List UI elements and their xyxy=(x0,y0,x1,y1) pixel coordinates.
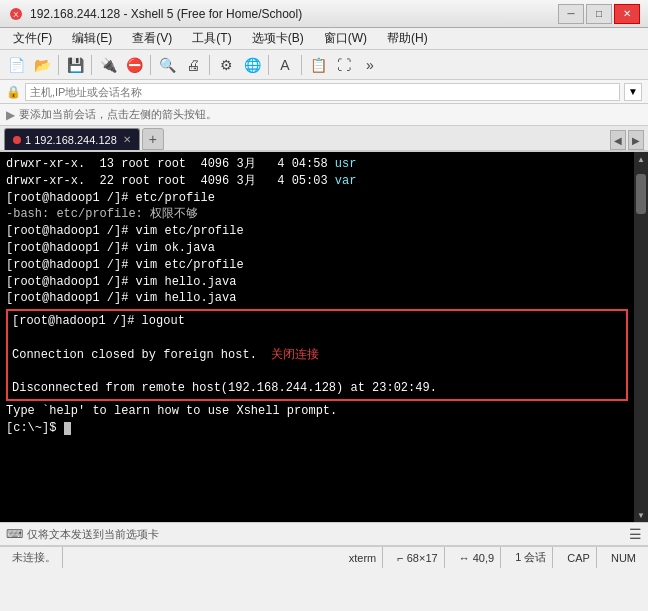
toolbar-extra1[interactable]: 📋 xyxy=(306,53,330,77)
session-hint-text: 要添加当前会话，点击左侧的箭头按钮。 xyxy=(19,107,217,122)
scroll-up-button[interactable]: ▲ xyxy=(636,154,646,164)
window-controls: ─ □ ✕ xyxy=(558,4,640,24)
bottom-input-label: 仅将文本发送到当前选项卡 xyxy=(27,527,625,542)
status-encoding: xterm xyxy=(343,547,384,568)
address-dropdown[interactable]: ▼ xyxy=(624,83,642,101)
active-tab[interactable]: 1 192.168.244.128 ✕ xyxy=(4,128,140,150)
toolbar-disconnect[interactable]: ⛔ xyxy=(122,53,146,77)
toolbar: 📄 📂 💾 🔌 ⛔ 🔍 🖨 ⚙ 🌐 A 📋 ⛶ » xyxy=(0,50,648,80)
toolbar-sep1 xyxy=(58,55,59,75)
bottom-input-bar: ⌨ 仅将文本发送到当前选项卡 ☰ xyxy=(0,522,648,546)
menu-window[interactable]: 窗口(W) xyxy=(315,27,376,50)
hamburger-menu-icon[interactable]: ☰ xyxy=(629,526,642,542)
close-button[interactable]: ✕ xyxy=(614,4,640,24)
status-disconnected: 未连接。 xyxy=(6,547,63,568)
app-icon: X xyxy=(8,6,24,22)
toolbar-sep2 xyxy=(91,55,92,75)
menu-help[interactable]: 帮助(H) xyxy=(378,27,437,50)
term-line-4: -bash: etc/profile: 权限不够 xyxy=(6,206,628,223)
status-capslock: CAP xyxy=(561,547,597,568)
toolbar-sep6 xyxy=(301,55,302,75)
menu-tools[interactable]: 工具(T) xyxy=(183,27,240,50)
term-help-line: Type `help' to learn how to use Xshell p… xyxy=(6,403,628,420)
term-line-1: drwxr-xr-x. 13 root root 4096 3月 4 04:58… xyxy=(6,156,628,173)
status-position: ↔ 40,9 xyxy=(453,547,502,568)
svg-text:X: X xyxy=(13,10,19,19)
status-dimensions: ⌐ 68×17 xyxy=(391,547,444,568)
term-line-5: [root@hadoop1 /]# vim etc/profile xyxy=(6,223,628,240)
toolbar-more[interactable]: » xyxy=(358,53,382,77)
term-line-8: [root@hadoop1 /]# vim hello.java xyxy=(6,274,628,291)
tab-bar: 1 192.168.244.128 ✕ + ◀ ▶ xyxy=(0,126,648,152)
toolbar-save[interactable]: 💾 xyxy=(63,53,87,77)
scroll-thumb[interactable] xyxy=(636,174,646,214)
toolbar-search[interactable]: 🔍 xyxy=(155,53,179,77)
term-line-2: drwxr-xr-x. 22 root root 4096 3月 4 05:03… xyxy=(6,173,628,190)
term-line-3: [root@hadoop1 /]# etc/profile xyxy=(6,190,628,207)
tab-next-button[interactable]: ▶ xyxy=(628,130,644,150)
terminal-red-box: [root@hadoop1 /]# logout Connection clos… xyxy=(6,309,628,401)
toolbar-sep3 xyxy=(150,55,151,75)
toolbar-sep4 xyxy=(209,55,210,75)
tab-status-dot xyxy=(13,136,21,144)
status-sessions: 1 会话 xyxy=(509,547,553,568)
terminal-wrapper: drwxr-xr-x. 13 root root 4096 3月 4 04:58… xyxy=(0,152,648,522)
term-line-7: [root@hadoop1 /]# vim etc/profile xyxy=(6,257,628,274)
title-bar: X 192.168.244.128 - Xshell 5 (Free for H… xyxy=(0,0,648,28)
toolbar-font[interactable]: A xyxy=(273,53,297,77)
status-numlock: NUM xyxy=(605,547,642,568)
term-blank-line2 xyxy=(12,364,622,381)
menu-file[interactable]: 文件(F) xyxy=(4,27,61,50)
address-icon: 🔒 xyxy=(6,85,21,99)
toolbar-print[interactable]: 🖨 xyxy=(181,53,205,77)
close-connection-link: 关闭连接 xyxy=(257,348,319,362)
address-bar: 🔒 ▼ xyxy=(0,80,648,104)
tab-add-button[interactable]: + xyxy=(142,128,164,150)
status-bar: 未连接。 xterm ⌐ 68×17 ↔ 40,9 1 会话 CAP NUM xyxy=(0,546,648,568)
menu-tab[interactable]: 选项卡(B) xyxy=(243,27,313,50)
keyboard-icon: ⌨ xyxy=(6,527,23,541)
scroll-down-button[interactable]: ▼ xyxy=(636,510,646,520)
term-logout-line: [root@hadoop1 /]# logout xyxy=(12,313,622,330)
maximize-button[interactable]: □ xyxy=(586,4,612,24)
term-line-9: [root@hadoop1 /]# vim hello.java xyxy=(6,290,628,307)
tab-navigation: ◀ ▶ xyxy=(610,130,644,150)
toolbar-new[interactable]: 📄 xyxy=(4,53,28,77)
toolbar-sep5 xyxy=(268,55,269,75)
minimize-button[interactable]: ─ xyxy=(558,4,584,24)
toolbar-open[interactable]: 📂 xyxy=(30,53,54,77)
toolbar-fullscreen[interactable]: ⛶ xyxy=(332,53,356,77)
term-disconnected-line: Disconnected from remote host(192.168.24… xyxy=(12,380,622,397)
term-line-6: [root@hadoop1 /]# vim ok.java xyxy=(6,240,628,257)
term-connection-closed-line: Connection closed by foreign host. 关闭连接 xyxy=(12,347,622,364)
menu-view[interactable]: 查看(V) xyxy=(123,27,181,50)
toolbar-globe[interactable]: 🌐 xyxy=(240,53,264,77)
menu-edit[interactable]: 编辑(E) xyxy=(63,27,121,50)
term-prompt-line: [c:\~]$ xyxy=(6,420,628,437)
terminal[interactable]: drwxr-xr-x. 13 root root 4096 3月 4 04:58… xyxy=(0,152,634,522)
hint-arrow-icon: ▶ xyxy=(6,108,15,122)
terminal-cursor xyxy=(64,422,71,435)
address-input[interactable] xyxy=(25,83,620,101)
menu-bar: 文件(F) 编辑(E) 查看(V) 工具(T) 选项卡(B) 窗口(W) 帮助(… xyxy=(0,28,648,50)
tab-close-button[interactable]: ✕ xyxy=(123,134,131,145)
term-blank-line1 xyxy=(12,330,622,347)
tab-prev-button[interactable]: ◀ xyxy=(610,130,626,150)
tab-label: 1 192.168.244.128 xyxy=(25,134,117,146)
terminal-scrollbar[interactable]: ▲ ▼ xyxy=(634,152,648,522)
toolbar-settings[interactable]: ⚙ xyxy=(214,53,238,77)
session-hint-bar: ▶ 要添加当前会话，点击左侧的箭头按钮。 xyxy=(0,104,648,126)
toolbar-connect[interactable]: 🔌 xyxy=(96,53,120,77)
window-title: 192.168.244.128 - Xshell 5 (Free for Hom… xyxy=(30,7,558,21)
